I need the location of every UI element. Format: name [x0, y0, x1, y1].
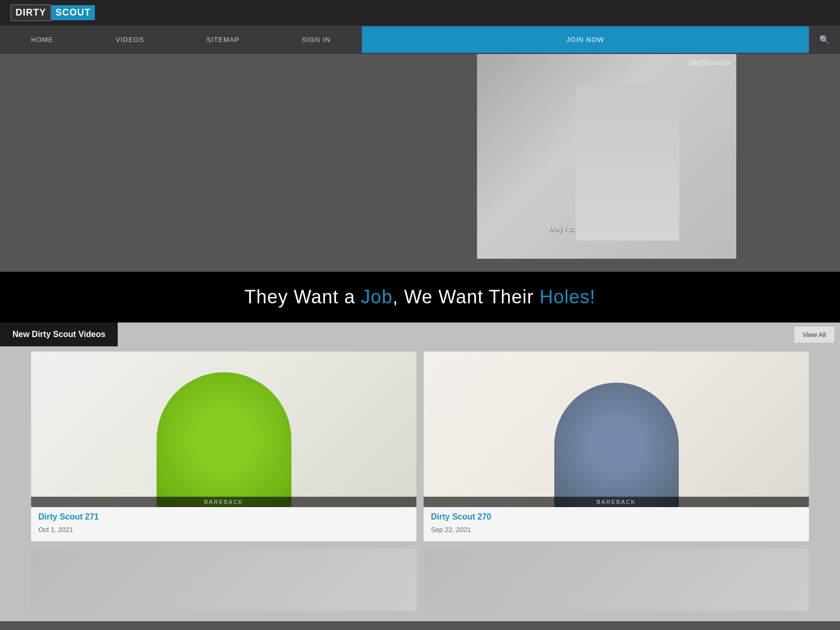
video-card-2[interactable]: BAREBACK Dirty Scout 270 Sep 22, 2021 [424, 352, 809, 541]
videos-grid: BAREBACK Dirty Scout 271 Oct 1, 2021 BAR… [31, 352, 809, 541]
thumb-bg-1 [31, 352, 416, 507]
tagline-part2: , We Want Their [393, 286, 539, 307]
logo-dirty: DIRTY [10, 4, 51, 21]
bottom-card-1[interactable] [31, 549, 416, 611]
video-date-2: Sep 22, 2021 [431, 526, 471, 534]
video-info-2: Dirty Scout 270 Sep 22, 2021 [424, 507, 809, 541]
thumb-label-2: BAREBACK [424, 497, 809, 507]
tagline-blue2: Holes! [540, 286, 596, 307]
video-placeholder: DirtyScout.com May I ask why you're reco… [477, 54, 736, 259]
nav-signin[interactable]: SIGN IN [271, 26, 361, 53]
nav-sitemap[interactable]: SITEMAP [175, 26, 271, 53]
person-silhouette [576, 85, 679, 241]
logo[interactable]: DIRTY SCOUT [10, 4, 95, 21]
videos-section: BAREBACK Dirty Scout 271 Oct 1, 2021 BAR… [0, 346, 840, 621]
nav-joinnow[interactable]: JOIN NOW [362, 26, 809, 53]
nav-videos[interactable]: VIDEOS [85, 26, 175, 53]
header: DIRTY SCOUT [0, 0, 840, 25]
main-nav: HOME VIDEOS SITEMAP SIGN IN JOIN NOW 🔍 [0, 25, 840, 54]
section-header: New Dirty Scout Videos View All [0, 323, 840, 346]
video-info-1: Dirty Scout 271 Oct 1, 2021 [31, 507, 416, 541]
video-title-1[interactable]: Dirty Scout 271 [38, 512, 409, 522]
video-card-1[interactable]: BAREBACK Dirty Scout 271 Oct 1, 2021 [31, 352, 416, 541]
video-thumb-2: BAREBACK [424, 352, 809, 507]
search-icon[interactable]: 🔍 [809, 25, 840, 54]
video-watermark: DirtyScout.com [689, 59, 731, 66]
video-date-1: Oct 1, 2021 [38, 526, 73, 534]
hero-video[interactable]: DirtyScout.com May I ask why you're reco… [477, 54, 736, 259]
thumb-label-1: BAREBACK [31, 497, 416, 507]
tagline-text: They Want a Job, We Want Their Holes! [10, 286, 830, 308]
logo-scout: SCOUT [51, 5, 95, 20]
bottom-card-2[interactable] [424, 549, 809, 611]
hero-section: DirtyScout.com May I ask why you're reco… [0, 54, 840, 272]
section-tab: New Dirty Scout Videos [0, 323, 118, 346]
thumb-bg-2 [424, 352, 809, 507]
bottom-thumb-1 [31, 549, 416, 611]
view-all-button[interactable]: View All [794, 326, 835, 343]
video-title-2[interactable]: Dirty Scout 270 [431, 512, 802, 522]
bottom-thumb-2 [424, 549, 809, 611]
tagline-banner: They Want a Job, We Want Their Holes! [0, 272, 840, 323]
tagline-part1: They Want a [244, 286, 361, 307]
video-thumb-1: BAREBACK [31, 352, 416, 507]
bottom-row [31, 549, 809, 611]
nav-home[interactable]: HOME [0, 26, 85, 53]
tagline-blue1: Job [361, 286, 393, 307]
